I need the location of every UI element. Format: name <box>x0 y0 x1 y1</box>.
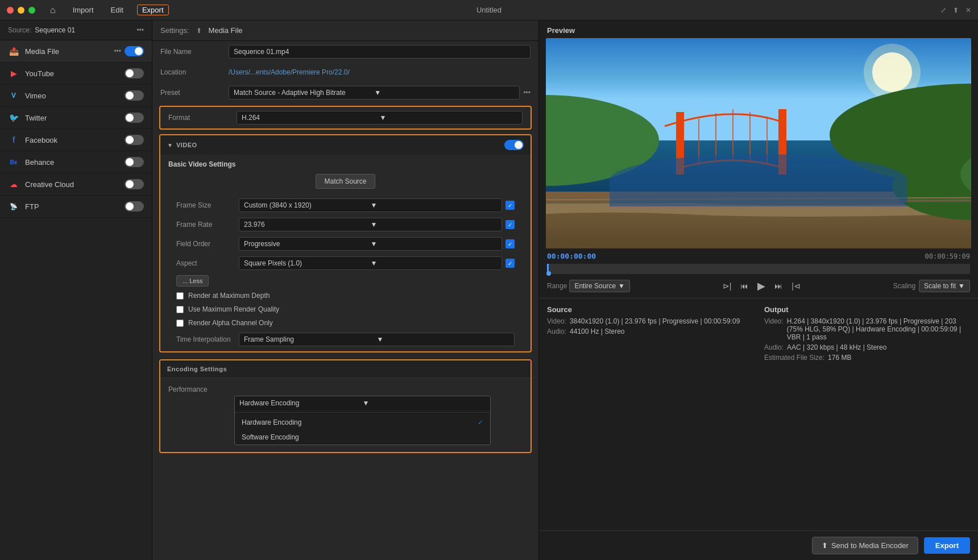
media-file-toggle[interactable] <box>125 46 144 56</box>
send-to-media-encoder-button[interactable]: ⬆ Send to Media Encoder <box>812 537 918 554</box>
youtube-toggle[interactable] <box>125 68 144 78</box>
less-button[interactable]: ... Less <box>176 275 209 287</box>
sidebar-more-media-file[interactable]: ••• <box>114 47 121 55</box>
frame-size-select[interactable]: Custom (3840 x 1920) ▼ <box>239 198 502 212</box>
go-to-out-button[interactable]: |⊲ <box>789 279 803 293</box>
source-info-title: Source <box>547 305 753 314</box>
source-video-row: Video: 3840x1920 (1.0) | 23.976 fps | Pr… <box>547 317 753 325</box>
frame-size-check[interactable] <box>505 201 515 210</box>
sidebar-label-vimeo: Vimeo <box>25 92 125 100</box>
range-select: Range Entire Source ▼ <box>547 280 630 292</box>
estimated-file-size-label: Estimated File Size: <box>764 354 824 362</box>
maximize-button[interactable] <box>28 7 35 14</box>
preview-panel: Preview <box>539 20 978 560</box>
go-to-in-button[interactable]: ⊳| <box>720 279 734 293</box>
menu-edit[interactable]: Edit <box>107 5 127 15</box>
sidebar-item-youtube[interactable]: ▶ YouTube <box>0 63 152 85</box>
home-icon[interactable]: ⌂ <box>47 4 59 16</box>
sidebar-item-twitter[interactable]: 🐦 Twitter <box>0 107 152 129</box>
render-max-depth-checkbox[interactable] <box>176 292 184 300</box>
render-alpha-checkbox[interactable] <box>176 320 184 327</box>
aspect-select[interactable]: Square Pixels (1.0) ▼ <box>239 256 502 270</box>
video-section-toggle[interactable] <box>504 140 524 150</box>
aspect-control: Square Pixels (1.0) ▼ <box>239 256 515 270</box>
frame-rate-select[interactable]: 23.976 ▼ <box>239 218 502 231</box>
preset-select[interactable]: Match Source - Adaptive High Bitrate ▼ <box>229 86 520 99</box>
file-name-input[interactable]: Sequence 01.mp4 <box>229 45 531 59</box>
field-order-select[interactable]: Progressive ▼ <box>239 237 502 251</box>
aspect-arrow-icon: ▼ <box>371 259 498 267</box>
scrubber-track[interactable] <box>547 264 970 274</box>
behance-toggle[interactable] <box>125 157 144 167</box>
video-chevron-icon: ▼ <box>167 142 173 148</box>
performance-dropdown[interactable]: Hardware Encoding ▼ Hardware Encoding ✓ … <box>234 396 491 445</box>
source-more-icon[interactable]: ••• <box>136 26 144 34</box>
sidebar-item-ftp[interactable]: 📡 FTP <box>0 196 152 218</box>
source-audio-row: Audio: 44100 Hz | Stereo <box>547 327 753 335</box>
scaling-select[interactable]: Scale to fit ▼ <box>919 280 970 292</box>
minimize-button[interactable] <box>18 7 24 14</box>
field-order-check[interactable] <box>505 239 515 248</box>
location-value[interactable]: /Users/...ents/Adobe/Premiere Pro/22.0/ <box>229 68 531 76</box>
dropdown-option-hardware[interactable]: Hardware Encoding ✓ <box>235 415 490 430</box>
close-button[interactable] <box>7 7 14 14</box>
transport-bar: Range Entire Source ▼ ⊳| ⏮ ▶ ⏭ |⊲ Scalin… <box>539 274 978 298</box>
frame-size-arrow-icon: ▼ <box>371 201 498 209</box>
preset-more-icon[interactable]: ••• <box>523 89 531 97</box>
use-max-quality-row[interactable]: Use Maximum Render Quality <box>168 302 523 316</box>
source-label: Source: <box>8 26 31 34</box>
ftp-toggle[interactable] <box>125 201 144 211</box>
step-forward-button[interactable]: ⏭ <box>772 279 785 293</box>
scaling-value: Scale to fit <box>924 282 956 290</box>
sidebar-item-creative-cloud[interactable]: ☁ Creative Cloud <box>0 173 152 196</box>
field-order-row: Field Order Progressive ▼ <box>168 234 523 254</box>
location-label: Location <box>160 68 229 76</box>
creative-cloud-toggle[interactable] <box>125 179 144 189</box>
sidebar-item-media-file[interactable]: 📤 Media File ••• <box>0 40 152 63</box>
share-icon[interactable]: ⬆ <box>953 6 959 14</box>
time-interpolation-select[interactable]: Frame Sampling ▼ <box>239 333 515 346</box>
play-button[interactable]: ▶ <box>755 277 768 294</box>
export-button[interactable]: Export <box>924 537 970 554</box>
time-interpolation-row: Time Interpolation Frame Sampling ▼ <box>168 330 523 349</box>
preview-svg <box>546 38 971 248</box>
dropdown-options-list: Hardware Encoding ✓ Software Encoding <box>235 415 490 445</box>
format-select[interactable]: H.264 ▼ <box>237 111 523 125</box>
sidebar-item-behance[interactable]: Be Behance <box>0 151 152 173</box>
output-video-row: Video: H.264 | 3840x1920 (1.0) | 23.976 … <box>764 317 970 341</box>
facebook-toggle[interactable] <box>125 135 144 145</box>
settings-media-file[interactable]: Media File <box>209 26 243 35</box>
file-name-row: File Name Sequence 01.mp4 <box>152 41 538 63</box>
vimeo-icon: V <box>8 90 19 101</box>
step-back-button[interactable]: ⏮ <box>738 279 751 293</box>
render-max-depth-row[interactable]: Render at Maximum Depth <box>168 289 523 302</box>
aspect-check[interactable] <box>505 259 515 268</box>
frame-rate-check[interactable] <box>505 220 515 229</box>
menu-export[interactable]: Export <box>137 5 169 15</box>
frame-rate-arrow-icon: ▼ <box>371 221 498 229</box>
basic-video-settings: Basic Video Settings Match Source Frame … <box>160 155 531 351</box>
format-row: Format H.264 ▼ <box>159 106 532 130</box>
basic-video-title: Basic Video Settings <box>168 160 523 168</box>
twitter-toggle[interactable] <box>125 113 144 123</box>
timecode-current: 00:00:00:00 <box>547 252 596 260</box>
source-bar: Source: Sequence 01 ••• <box>0 20 152 40</box>
sidebar-item-facebook[interactable]: f Facebook <box>0 129 152 151</box>
vimeo-toggle[interactable] <box>125 90 144 101</box>
range-value: Entire Source <box>574 282 616 290</box>
dropdown-option-software[interactable]: Software Encoding <box>235 430 490 445</box>
use-max-quality-checkbox[interactable] <box>176 306 184 313</box>
render-alpha-row[interactable]: Render Alpha Channel Only <box>168 316 523 330</box>
dropdown-header[interactable]: Hardware Encoding ▼ <box>235 396 490 410</box>
menu-import[interactable]: Import <box>69 5 97 15</box>
resize-icon[interactable]: ⤢ <box>940 6 946 14</box>
aspect-row: Aspect Square Pixels (1.0) ▼ <box>168 254 523 273</box>
match-source-button[interactable]: Match Source <box>316 174 375 189</box>
send-encoder-label: Send to Media Encoder <box>831 541 909 550</box>
field-order-control: Progressive ▼ <box>239 237 515 251</box>
sidebar-item-vimeo[interactable]: V Vimeo <box>0 85 152 107</box>
range-dropdown[interactable]: Entire Source ▼ <box>569 280 630 292</box>
video-section-header[interactable]: ▼ VIDEO <box>160 135 531 155</box>
close-icon[interactable]: ✕ <box>965 6 971 14</box>
media-file-icon: 📤 <box>8 45 19 57</box>
